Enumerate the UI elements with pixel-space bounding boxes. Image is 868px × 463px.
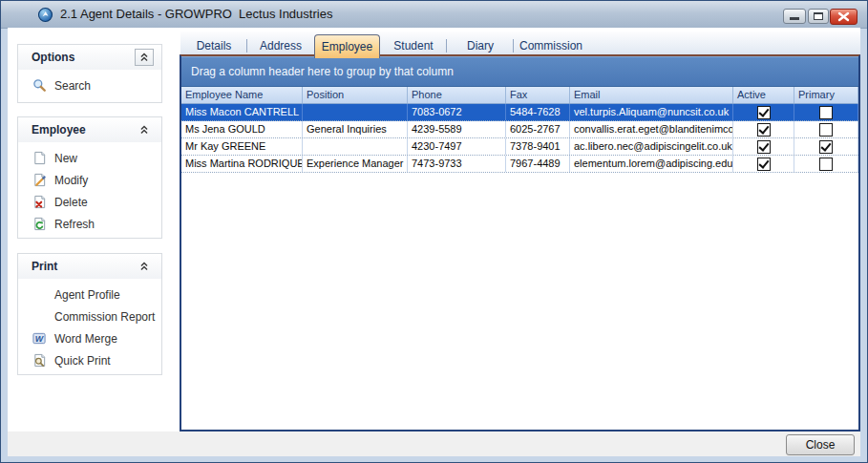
- cell-phone: 4239-5589: [408, 121, 506, 137]
- column-header-fax[interactable]: Fax: [506, 87, 570, 103]
- cell-employee-name: Ms Jena GOULD: [181, 121, 303, 137]
- sidebar-item-label: Delete: [54, 196, 88, 209]
- column-header-phone[interactable]: Phone: [408, 87, 506, 103]
- primary-checkbox[interactable]: [819, 123, 833, 137]
- table-row[interactable]: Miss Martina RODRIQUEZ Experience Manage…: [181, 156, 858, 173]
- primary-checkbox[interactable]: [819, 140, 833, 154]
- sidebar-item-word-merge[interactable]: W Word Merge: [18, 327, 161, 349]
- sidebar-item-commission-report[interactable]: Commission Report: [18, 305, 161, 327]
- column-header-employee-name[interactable]: Employee Name: [181, 87, 303, 103]
- new-document-icon: [30, 151, 49, 166]
- search-icon: [30, 78, 49, 94]
- table-row[interactable]: Miss Macon CANTRELL 7083-0672 5484-7628 …: [181, 104, 858, 121]
- collapse-panel-button[interactable]: [135, 258, 154, 275]
- sidebar-item-label: Search: [54, 79, 91, 93]
- table-row[interactable]: Ms Jena GOULD General Inquiries 4239-558…: [181, 121, 858, 138]
- collapse-panel-button[interactable]: [135, 121, 154, 138]
- employee-panel-header[interactable]: Employee: [18, 117, 161, 142]
- cell-position: [303, 138, 408, 155]
- cell-employee-name: Mr Kay GREENE: [181, 138, 303, 155]
- sidebar-item-label: Agent Profile: [54, 288, 120, 302]
- tab-employee[interactable]: Employee: [314, 34, 380, 58]
- close-icon: [831, 10, 857, 24]
- employee-panel: Employee New Modify: [17, 116, 162, 239]
- chevron-double-up-icon: [138, 123, 151, 137]
- cell-fax: 7967-4489: [506, 156, 570, 172]
- cell-position: General Inquiries: [303, 121, 408, 137]
- cell-employee-name: Miss Macon CANTRELL: [181, 104, 303, 120]
- close-button[interactable]: Close: [786, 434, 855, 455]
- cell-employee-name: Miss Martina RODRIQUEZ: [181, 156, 303, 172]
- group-by-bar[interactable]: Drag a column header here to group by th…: [181, 56, 858, 87]
- tab-details[interactable]: Details: [180, 35, 247, 56]
- word-icon: W: [30, 331, 49, 347]
- grid-header-row: Employee Name Position Phone Fax Email A…: [181, 87, 858, 104]
- cell-fax: 5484-7628: [506, 104, 570, 120]
- active-checkbox[interactable]: [757, 123, 771, 137]
- active-checkbox[interactable]: [757, 140, 771, 154]
- sidebar-item-search[interactable]: Search: [18, 74, 161, 96]
- app-icon: [37, 7, 53, 23]
- minimize-button[interactable]: [783, 9, 806, 24]
- column-header-active[interactable]: Active: [733, 87, 794, 103]
- column-header-primary[interactable]: Primary: [794, 87, 858, 103]
- cell-phone: 7473-9733: [408, 156, 506, 172]
- sidebar-item-modify[interactable]: Modify: [18, 169, 161, 191]
- sidebar-item-delete[interactable]: Delete: [18, 191, 161, 213]
- primary-checkbox[interactable]: [819, 106, 833, 119]
- table-row[interactable]: Mr Kay GREENE 4230-7497 7378-9401 ac.lib…: [181, 138, 858, 156]
- maximize-button[interactable]: [808, 9, 829, 24]
- panel-title: Print: [32, 260, 57, 273]
- sidebar-item-new[interactable]: New: [18, 147, 161, 169]
- sidebar-item-refresh[interactable]: Refresh: [18, 213, 161, 235]
- delete-icon: [30, 195, 49, 210]
- tab-commission[interactable]: Commission: [514, 35, 588, 56]
- blank-icon: [30, 287, 49, 303]
- print-panel-header[interactable]: Print: [18, 254, 161, 279]
- quick-print-icon: [30, 353, 49, 368]
- tab-diary[interactable]: Diary: [447, 35, 514, 56]
- options-panel: Options Search: [17, 44, 162, 103]
- active-checkbox[interactable]: [757, 106, 771, 119]
- cell-phone: 4230-7497: [408, 138, 506, 155]
- cell-position: [303, 104, 408, 120]
- tab-strip: Details Address Employee Student Diary C…: [180, 32, 860, 56]
- sidebar-item-label: Quick Print: [54, 354, 111, 368]
- maximize-icon: [814, 12, 823, 20]
- window-title: 2.1 Agent Details - GROWPRO Lectus Indus…: [60, 1, 332, 28]
- cell-phone: 7083-0672: [408, 104, 506, 120]
- sidebar-item-label: New: [54, 152, 77, 165]
- minimize-icon: [790, 17, 799, 20]
- cell-fax: 7378-9401: [506, 138, 570, 155]
- refresh-icon: [30, 217, 49, 232]
- cell-position: Experience Manager: [303, 156, 408, 172]
- column-header-position[interactable]: Position: [303, 87, 408, 103]
- tab-student[interactable]: Student: [380, 35, 447, 56]
- chevron-double-up-icon: [138, 260, 151, 273]
- primary-checkbox[interactable]: [819, 158, 833, 171]
- cell-email: convallis.erat.eget@blanditenimcon: [570, 121, 733, 137]
- options-panel-header[interactable]: Options: [18, 45, 161, 70]
- print-panel: Print Agent Profile Commission Report W …: [17, 253, 162, 375]
- sidebar-item-agent-profile[interactable]: Agent Profile: [18, 284, 161, 305]
- employee-grid: Drag a column header here to group by th…: [180, 54, 860, 431]
- blank-icon: [30, 309, 49, 325]
- tab-address[interactable]: Address: [247, 35, 314, 56]
- panel-title: Options: [32, 51, 74, 64]
- chevron-double-up-icon: [138, 51, 151, 64]
- active-checkbox[interactable]: [757, 158, 771, 171]
- cell-fax: 6025-2767: [506, 121, 570, 137]
- panel-title: Employee: [32, 123, 86, 137]
- cell-email: elementum.lorem@adipiscing.edu: [570, 156, 733, 172]
- cell-email: vel.turpis.Aliquam@nuncsit.co.uk: [570, 104, 733, 120]
- edit-icon: [30, 173, 49, 188]
- sidebar-item-label: Commission Report: [54, 310, 155, 324]
- cell-email: ac.libero.nec@adipiscingelit.co.uk: [570, 138, 733, 155]
- column-header-email[interactable]: Email: [570, 87, 733, 103]
- footer-bar: Close: [8, 431, 860, 456]
- sidebar-item-label: Word Merge: [54, 332, 117, 346]
- collapse-panel-button[interactable]: [135, 49, 154, 66]
- close-window-button[interactable]: [830, 9, 857, 25]
- title-bar[interactable]: 2.1 Agent Details - GROWPRO Lectus Indus…: [1, 1, 867, 29]
- sidebar-item-quick-print[interactable]: Quick Print: [18, 349, 161, 371]
